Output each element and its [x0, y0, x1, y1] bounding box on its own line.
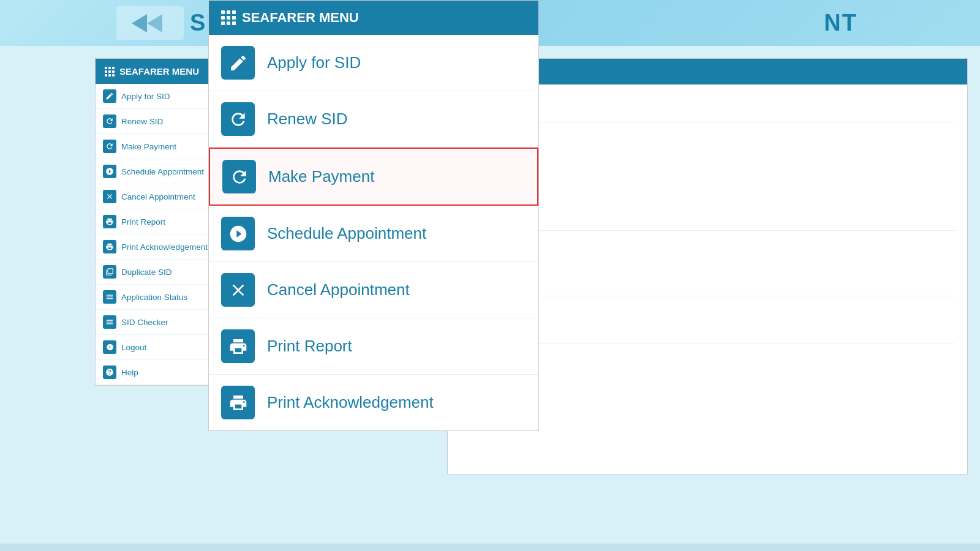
sidebar-title: SEAFARER MENU — [119, 66, 199, 77]
header-nt-partial: NT — [824, 10, 858, 36]
dropdown-item-print-report[interactable]: Print Report — [209, 318, 538, 375]
dropdown-header-icon — [221, 10, 236, 25]
dropdown-icon-cancel-appointment — [221, 273, 255, 307]
sidebar-icon-make-payment — [103, 140, 116, 153]
dropdown-item-apply-sid[interactable]: Apply for SID — [209, 35, 538, 91]
header-logo — [116, 6, 184, 40]
dropdown-icon-renew-sid — [221, 102, 255, 136]
sidebar-label-make-payment: Make Payment — [121, 142, 176, 151]
sidebar-label-renew-sid: Renew SID — [121, 117, 163, 126]
sidebar-icon-sid-checker — [103, 315, 116, 329]
sidebar-label-sid-checker: SID Checker — [121, 318, 168, 327]
dropdown-header: SEAFARER MENU — [209, 1, 538, 35]
sidebar-label-application-status: Application Status — [121, 293, 187, 302]
dropdown-item-renew-sid[interactable]: Renew SID — [209, 91, 538, 148]
sidebar-label-schedule-appointment: Schedule Appointment — [121, 167, 204, 176]
dropdown-label-apply-sid: Apply for SID — [267, 53, 361, 72]
sidebar-label-print-report: Print Report — [121, 217, 165, 227]
sidebar-icon-print-acknowledgement — [103, 240, 116, 253]
sidebar-icon-apply-sid — [103, 89, 116, 103]
sidebar-label-logout: Logout — [121, 343, 146, 352]
dropdown-item-cancel-appointment[interactable]: Cancel Appointment — [209, 262, 538, 318]
sidebar-icon-print-report — [103, 215, 116, 228]
sidebar-label-cancel-appointment: Cancel Appointment — [121, 192, 195, 201]
sidebar-icon-help — [103, 365, 116, 379]
dropdown-item-print-acknowledgement[interactable]: Print Acknowledgement — [209, 375, 538, 430]
sidebar-icon-logout — [103, 340, 116, 354]
sidebar-icon-cancel-appointment — [103, 190, 116, 203]
dropdown-icon-apply-sid — [221, 46, 255, 80]
dropdown-icon-print-report — [221, 329, 255, 363]
sidebar-header-icon — [105, 67, 115, 77]
scrollbar[interactable] — [0, 544, 980, 551]
sidebar-label-help: Help — [121, 368, 138, 377]
dropdown-label-make-payment: Make Payment — [268, 167, 374, 186]
dropdown-icon-schedule-appointment — [221, 217, 255, 250]
sidebar-label-print-acknowledgement: Print Acknowledgement — [121, 242, 208, 252]
sidebar-icon-duplicate-sid — [103, 265, 116, 279]
dropdown-icon-print-acknowledgement — [221, 386, 255, 419]
dropdown-item-make-payment[interactable]: Make Payment — [209, 148, 538, 206]
dropdown-label-print-acknowledgement: Print Acknowledgement — [267, 393, 434, 412]
dropdown-label-cancel-appointment: Cancel Appointment — [267, 280, 410, 299]
dropdown-menu: SEAFARER MENU Apply for SID Renew SID Ma… — [208, 0, 539, 431]
sidebar-icon-application-status — [103, 290, 116, 304]
dropdown-label-renew-sid: Renew SID — [267, 110, 348, 129]
dropdown-label-print-report: Print Report — [267, 337, 352, 356]
dropdown-icon-make-payment — [222, 160, 256, 193]
sidebar-icon-renew-sid — [103, 114, 116, 128]
sidebar-label-duplicate-sid: Duplicate SID — [121, 268, 172, 277]
sidebar-icon-schedule-appointment — [103, 165, 116, 178]
dropdown-label-schedule-appointment: Schedule Appointment — [267, 224, 426, 243]
dropdown-title: SEAFARER MENU — [242, 10, 359, 26]
dropdown-item-schedule-appointment[interactable]: Schedule Appointment — [209, 206, 538, 262]
sidebar-label-apply-sid: Apply for SID — [121, 92, 170, 101]
